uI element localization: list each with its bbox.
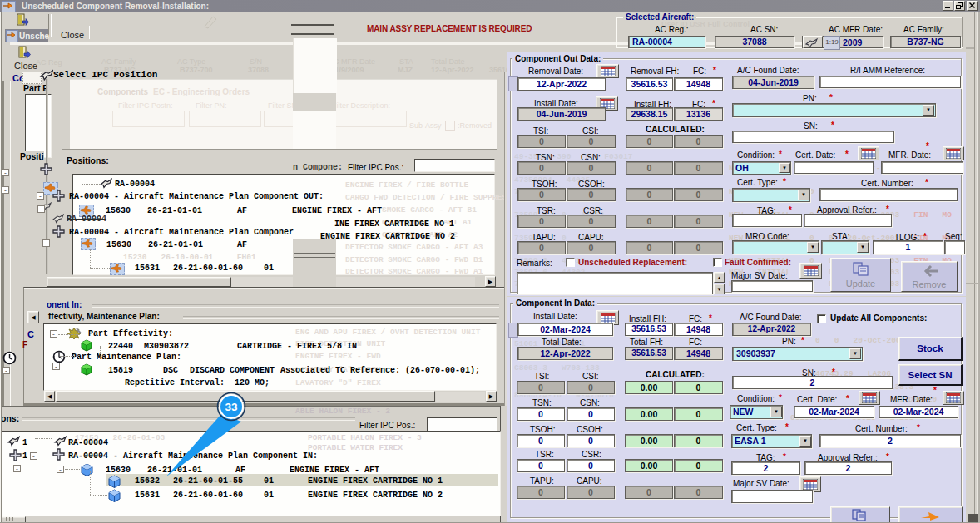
svg-text:33: 33 <box>225 401 238 413</box>
